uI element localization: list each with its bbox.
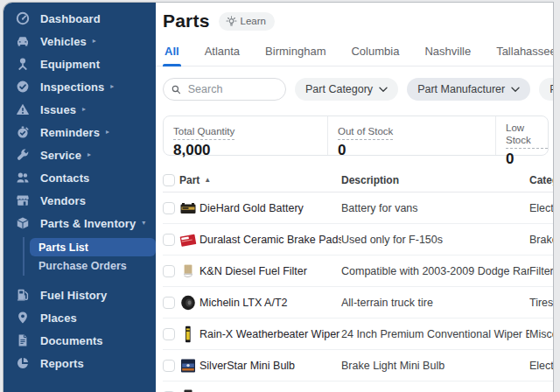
equipment-icon <box>16 57 30 71</box>
sidebar-item-dashboard[interactable]: Dashboard <box>4 7 156 30</box>
sidebar-subnav: Parts ListPurchase Orders <box>23 237 156 276</box>
page-title: Parts <box>163 10 210 32</box>
row-checkbox[interactable] <box>163 297 175 309</box>
tab-tallahassee[interactable]: Tallahassee <box>494 41 553 66</box>
vendors-icon <box>16 193 30 207</box>
row-checkbox[interactable] <box>163 360 175 372</box>
stat-label: Out of Stock <box>338 126 393 140</box>
search-input[interactable] <box>186 82 278 96</box>
part-thumbnail <box>179 326 197 343</box>
issues-icon <box>16 102 30 116</box>
stat-label: Total Quantity <box>173 126 234 140</box>
sidebar-item-inspections[interactable]: Inspections▸ <box>4 75 156 98</box>
filter-part-category[interactable]: Part Category <box>295 78 398 101</box>
sidebar-item-reminders[interactable]: Reminders▸ <box>4 121 156 144</box>
table-row[interactable]: Rain-X Weatherbeater Wiper Blade24 Inch … <box>163 318 553 350</box>
part-thumbnail <box>179 294 197 312</box>
sidebar-item-service[interactable]: Service▸ <box>4 144 156 166</box>
part-description-cell: All-terrain truck tire <box>341 297 529 309</box>
part-category-cell: Electrical <box>529 202 553 214</box>
tab-birmingham[interactable]: Birmingham <box>263 41 327 66</box>
table-row[interactable]: DieHard Gold BatteryBattery for vansElec… <box>163 192 553 224</box>
stat-value: 0 <box>338 142 495 159</box>
column-header-description[interactable]: Description <box>341 174 529 186</box>
sidebar-item-label: Inspections <box>40 80 104 94</box>
part-category-cell: Tires <box>529 297 553 309</box>
documents-icon <box>16 333 30 347</box>
sidebar-item-parts-inventory[interactable]: Parts & Inventory▾ <box>4 212 156 234</box>
filter-label: Part Category <box>305 83 373 95</box>
row-checkbox[interactable] <box>163 202 175 214</box>
sidebar-item-label: Dashboard <box>40 12 101 25</box>
search-icon <box>172 84 181 95</box>
sidebar-item-places[interactable]: Places <box>4 306 156 329</box>
column-header-label: Part <box>179 174 200 186</box>
part-description-cell: 24 Inch Premium Conventional Wiper Blade <box>341 328 529 340</box>
sidebar-item-documents[interactable]: Documents <box>4 329 156 352</box>
sidebar-item-label: Places <box>40 312 77 325</box>
learn-label: Learn <box>241 16 266 26</box>
filter-dropdowns: Part CategoryPart ManufacturerPart Inven… <box>295 78 553 101</box>
tab-all[interactable]: All <box>163 41 181 66</box>
sidebar-item-contacts[interactable]: Contacts <box>4 166 156 189</box>
search-box[interactable] <box>163 78 286 101</box>
tab-atlanta[interactable]: Atlanta <box>203 41 242 66</box>
sidebar-item-label: Equipment <box>40 58 100 71</box>
stat-label: Low Stock <box>506 122 548 149</box>
part-name-cell: Rain-X Weatherbeater Wiper Blade <box>200 328 341 340</box>
sidebar-item-vendors[interactable]: Vendors <box>4 189 156 212</box>
filter-label: Part Inventory Status <box>550 83 553 95</box>
part-description-cell: Brake Light Mini Bulb <box>341 360 529 372</box>
table-row[interactable]: Michelin LTX A/T2All-terrain truck tireT… <box>163 287 553 318</box>
main-content: Parts Learn AllAtlantaBirminghamColumbia… <box>156 3 553 392</box>
select-all-checkbox[interactable] <box>163 174 175 186</box>
sidebar-item-parts-list[interactable]: Parts List <box>30 238 156 256</box>
inspections-icon <box>16 80 30 94</box>
part-thumbnail <box>179 200 197 217</box>
sidebar-nav: DashboardVehicles▸EquipmentInspections▸I… <box>4 7 156 374</box>
learn-button[interactable]: Learn <box>219 12 275 31</box>
row-checkbox[interactable] <box>163 234 175 246</box>
row-checkbox[interactable] <box>163 328 175 340</box>
part-thumbnail <box>179 262 197 280</box>
filter-part-manufacturer[interactable]: Part Manufacturer <box>407 78 530 101</box>
sidebar-item-label: Vehicles <box>40 35 87 48</box>
chevron-right-icon: ▸ <box>93 38 96 45</box>
sidebar-item-vehicles[interactable]: Vehicles▸ <box>4 30 156 52</box>
reports-icon <box>16 356 30 370</box>
stat-total-quantity: Total Quantity8,000 <box>164 116 327 155</box>
sidebar-item-reports[interactable]: Reports <box>4 352 156 374</box>
tab-columbia[interactable]: Columbia <box>349 41 401 66</box>
chevron-down-icon <box>379 83 388 95</box>
sidebar-item-label: Vendors <box>40 194 86 207</box>
sidebar-item-label: Fuel History <box>40 289 107 302</box>
page-header: Parts Learn <box>163 3 553 32</box>
tab-nashville[interactable]: Nashville <box>423 41 472 66</box>
chevron-right-icon: ▸ <box>88 151 91 158</box>
column-header-part[interactable]: Part▲ <box>179 174 341 186</box>
stat-value: 8,000 <box>173 142 327 159</box>
table-row[interactable]: K&N Diesel Fuel FilterCompatible with 20… <box>163 256 553 287</box>
filter-part-inventory-status[interactable]: Part Inventory Status <box>539 78 553 101</box>
table-row[interactable]: SilverStar Mini BulbBrake Light Mini Bul… <box>163 350 553 382</box>
chevron-down-icon: ▾ <box>142 220 145 227</box>
sidebar: DashboardVehicles▸EquipmentInspections▸I… <box>4 3 156 392</box>
sidebar-item-label: Issues <box>40 103 76 116</box>
row-checkbox[interactable] <box>163 265 175 277</box>
sort-asc-icon: ▲ <box>204 177 211 184</box>
part-category-cell: Electrical <box>529 360 553 372</box>
sidebar-item-issues[interactable]: Issues▸ <box>4 98 156 121</box>
part-description-cell: Compatible with 2003-2009 Dodge Ram Truc… <box>341 265 529 277</box>
sidebar-item-equipment[interactable]: Equipment <box>4 52 156 75</box>
stats-card: Total Quantity8,000Out of Stock0Low Stoc… <box>163 116 549 156</box>
sidebar-item-fuel-history[interactable]: Fuel History <box>4 284 156 306</box>
column-header-category[interactable]: Category <box>529 174 553 186</box>
sidebar-item-purchase-orders[interactable]: Purchase Orders <box>30 256 156 275</box>
table-row[interactable]: Duralast Ceramic Brake PadsUsed only for… <box>163 224 553 256</box>
parts-icon <box>16 216 30 230</box>
part-name-cell: DieHard Gold Battery <box>200 202 341 214</box>
sidebar-item-label: Documents <box>40 334 103 347</box>
vehicles-icon <box>16 34 30 48</box>
sidebar-item-label: Contacts <box>40 172 89 185</box>
table-row[interactable]: STP Oil FilterExtended Life Oil FilterFi… <box>163 382 553 392</box>
